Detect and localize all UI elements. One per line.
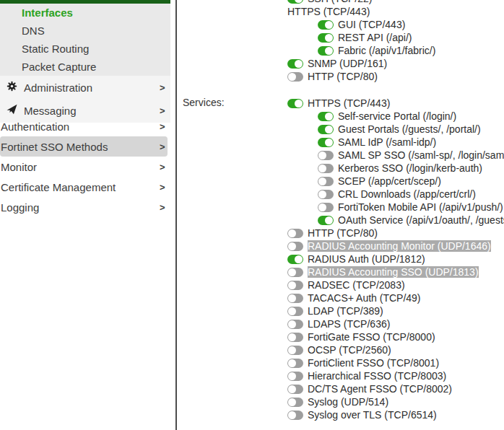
kerberos-sso-login-kerb-auth-toggle[interactable]	[318, 164, 334, 173]
toggle-knob	[288, 242, 296, 250]
sidebar-item-interfaces[interactable]: Interfaces	[0, 4, 170, 22]
tacacs-auth-tcp-49-toggle[interactable]	[287, 294, 303, 303]
toggle-knob	[295, 60, 303, 68]
fortigate-fsso-tcp-8000-toggle[interactable]	[287, 333, 303, 342]
oauth-service-api-v1-oauth-guests-toggle[interactable]	[318, 216, 334, 225]
service-row-self-service-portal-login: Self-service Portal (/login/)	[287, 110, 504, 123]
sidebar-submenu-group: InterfacesDNSStatic RoutingPacket Captur…	[0, 4, 170, 76]
toggle-knob	[325, 34, 333, 42]
sidebar-item-fortinet-sso-methods[interactable]: Fortinet SSO Methods>	[0, 136, 170, 157]
sidebar-item-dns[interactable]: DNS	[0, 22, 170, 40]
toggle-knob	[288, 73, 296, 81]
service-row-label: SAML IdP (/saml-idp/)	[338, 136, 436, 148]
service-row-label: OCSP (TCP/2560)	[308, 344, 391, 356]
toggle-knob	[325, 216, 333, 224]
service-row-radius-auth-udp-1812: RADIUS Auth (UDP/1812)	[287, 253, 504, 266]
dc-ts-agent-fsso-tcp-8002-toggle[interactable]	[287, 385, 303, 394]
toggle-knob	[325, 21, 333, 29]
admin-access-toggle-list: SSH (TCP/22)HTTPS (TCP/443)GUI (TCP/443)…	[287, 0, 504, 83]
service-row-scep-app-cert-scep: SCEP (/app/cert/scep/)	[287, 175, 504, 188]
service-row-kerberos-sso-login-kerb-auth: Kerberos SSO (/login/kerb-auth)	[287, 162, 504, 175]
service-row-label: Syslog over TLS (TCP/6514)	[308, 409, 437, 421]
syslog-over-tls-tcp-6514-toggle[interactable]	[287, 411, 303, 420]
radius-accounting-monitor-udp-1646-toggle[interactable]	[287, 242, 303, 251]
fortitoken-mobile-api-api-v1-push-toggle[interactable]	[318, 203, 334, 212]
radsec-tcp-2083-toggle[interactable]	[287, 281, 303, 290]
crl-downloads-app-cert-crl-toggle[interactable]	[318, 190, 334, 199]
toggle-knob	[288, 268, 296, 276]
chevron-right-icon: >	[160, 182, 165, 193]
toggle-knob	[288, 359, 296, 367]
sidebar-item-certificate-management[interactable]: Certificate Management>	[0, 177, 170, 197]
sidebar-item-authentication[interactable]: Authentication>	[0, 116, 170, 136]
service-row-label: HTTPS (TCP/443)	[308, 97, 390, 109]
service-row-oauth-service-api-v1-oauth-guests: OAuth Service (/api/v1/oauth/, /guests/)	[287, 214, 504, 227]
service-row-label: SSH (TCP/22)	[308, 0, 372, 4]
toggle-knob	[288, 346, 296, 354]
toggle-knob	[288, 294, 296, 302]
service-row-label: SCEP (/app/cert/scep/)	[338, 175, 441, 187]
toggle-knob	[288, 229, 296, 237]
chevron-right-icon: >	[160, 105, 165, 116]
ocsp-tcp-2560-toggle[interactable]	[287, 346, 303, 355]
service-row-label: Self-service Portal (/login/)	[338, 110, 456, 122]
service-row-syslog-udp-514: Syslog (UDP/514)	[287, 395, 504, 408]
saml-idp-saml-idp-toggle[interactable]	[318, 138, 334, 147]
radius-accounting-sso-udp-1813-toggle[interactable]	[287, 268, 303, 277]
service-row-label: Guest Portals (/guests/, /portal/)	[338, 123, 481, 135]
service-row-radius-accounting-sso-udp-1813: RADIUS Accounting SSO (UDP/1813)	[287, 266, 504, 278]
sidebar-item-label: Authentication	[1, 120, 69, 133]
ssh-tcp-22-toggle[interactable]	[287, 0, 303, 4]
sidebar-item-packet-capture[interactable]: Packet Capture	[0, 58, 170, 76]
forticlient-fsso-tcp-8001-toggle[interactable]	[287, 359, 303, 368]
self-service-portal-login-toggle[interactable]	[318, 112, 334, 121]
http-tcp-80-toggle[interactable]	[287, 229, 303, 238]
services-field-label: Services:	[183, 97, 225, 108]
sidebar-item-administration[interactable]: Administration>	[0, 76, 170, 99]
service-row-forticlient-fsso-tcp-8001: FortiClient FSSO (TCP/8001)	[287, 356, 504, 369]
hierarchical-fsso-tcp-8003-toggle[interactable]	[287, 372, 303, 381]
syslog-udp-514-toggle[interactable]	[287, 398, 303, 407]
sidebar-item-logging[interactable]: Logging>	[0, 197, 170, 217]
chevron-right-icon: >	[160, 121, 165, 132]
service-row-dc-ts-agent-fsso-tcp-8002: DC/TS Agent FSSO (TCP/8002)	[287, 382, 504, 395]
saml-sp-sso-saml-sp-login-saml-auth-toggle[interactable]	[318, 151, 334, 160]
https-tcp-443-toggle[interactable]	[287, 99, 303, 108]
service-row-ssh-tcp-22: SSH (TCP/22)	[287, 0, 504, 5]
service-row-hierarchical-fsso-tcp-8003: Hierarchical FSSO (TCP/8003)	[287, 369, 504, 382]
service-row-guest-portals-guests-portal: Guest Portals (/guests/, /portal/)	[287, 123, 504, 136]
service-row-gui-tcp-443: GUI (TCP/443)	[287, 18, 504, 31]
sidebar-item-static-routing[interactable]: Static Routing	[0, 40, 170, 58]
service-row-https-tcp-443: HTTPS (TCP/443)	[287, 97, 504, 110]
service-row-saml-sp-sso-saml-sp-login-saml-auth: SAML SP SSO (/saml-sp/, /login/saml-auth…	[287, 149, 504, 162]
service-row-label: OAuth Service (/api/v1/oauth/, /guests/)	[338, 214, 504, 226]
snmp-udp-161-toggle[interactable]	[287, 59, 303, 69]
sidebar-content-divider	[175, 0, 177, 430]
service-row-label: DC/TS Agent FSSO (TCP/8002)	[308, 383, 452, 395]
fabric-api-v1-fabric-toggle[interactable]	[318, 46, 334, 56]
http-tcp-80-toggle[interactable]	[287, 72, 303, 82]
toggle-knob	[318, 152, 326, 159]
guest-portals-guests-portal-toggle[interactable]	[318, 125, 334, 134]
toggle-knob	[318, 203, 326, 211]
gui-tcp-443-toggle[interactable]	[318, 20, 334, 30]
paper-plane-icon	[6, 104, 24, 117]
ldap-tcp-389-toggle[interactable]	[287, 307, 303, 316]
toggle-knob	[288, 398, 296, 406]
rest-api-api-toggle[interactable]	[318, 33, 334, 43]
service-row-label: LDAP (TCP/389)	[308, 305, 383, 317]
service-row-ldap-tcp-389: LDAP (TCP/389)	[287, 304, 504, 317]
toggle-knob	[288, 307, 296, 315]
sidebar-item-monitor[interactable]: Monitor>	[0, 157, 170, 177]
service-row-ldaps-tcp-636: LDAPS (TCP/636)	[287, 317, 504, 330]
chevron-right-icon: >	[160, 202, 165, 213]
service-row-rest-api-api: REST API (/api/)	[287, 31, 504, 44]
scep-app-cert-scep-toggle[interactable]	[318, 177, 334, 186]
service-row-radsec-tcp-2083: RADSEC (TCP/2083)	[287, 278, 504, 291]
service-row-label: GUI (TCP/443)	[338, 19, 405, 30]
gear-icon	[6, 81, 24, 94]
radius-auth-udp-1812-toggle[interactable]	[287, 255, 303, 264]
toggle-knob	[288, 281, 296, 289]
ldaps-tcp-636-toggle[interactable]	[287, 320, 303, 329]
chevron-right-icon: >	[160, 162, 165, 172]
